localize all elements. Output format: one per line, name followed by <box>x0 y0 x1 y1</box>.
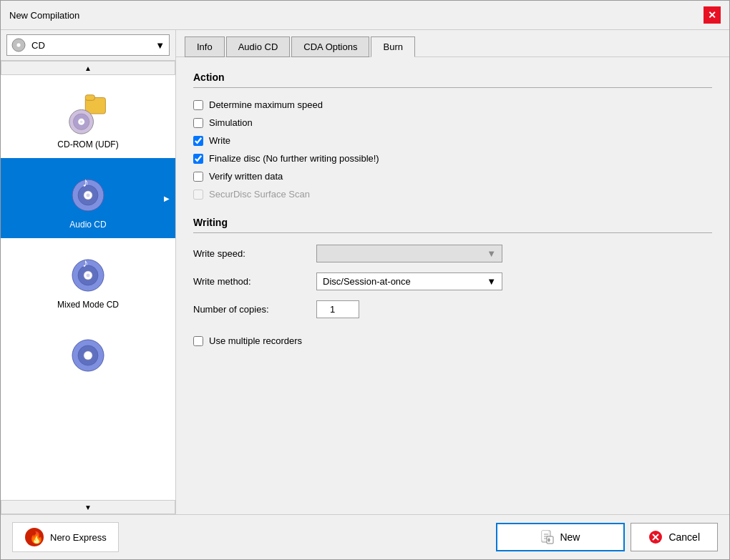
svg-point-11 <box>87 194 90 197</box>
finalize-disc-label: Finalize disc (No further writing possib… <box>209 153 379 164</box>
svg-text:🔥: 🔥 <box>29 531 44 544</box>
main-content: CD ▼ ▲ <box>1 30 729 514</box>
left-panel-header: CD ▼ <box>1 30 175 61</box>
multiple-recorders-row: Use multiple recorders <box>193 335 712 346</box>
tabs-bar: Info Audio CD CDA Options Burn <box>176 30 729 57</box>
checkbox-write-row: Write <box>193 135 712 146</box>
copies-input[interactable] <box>316 300 359 318</box>
new-button[interactable]: New <box>496 523 625 551</box>
nero-express-button[interactable]: 🔥 Nero Express <box>12 522 119 552</box>
copies-label: Number of copies: <box>193 304 308 315</box>
securedisc-checkbox[interactable] <box>193 190 203 200</box>
write-speed-row: Write speed: ▼ <box>193 245 712 262</box>
svg-point-7 <box>80 120 83 123</box>
cancel-button[interactable]: Cancel <box>631 523 718 551</box>
cd-dropdown-label: CD <box>31 40 45 51</box>
selected-arrow-icon: ▶ <box>164 195 170 202</box>
mixed-mode-icon: ♪ <box>65 250 111 295</box>
tab-info[interactable]: Info <box>185 36 225 57</box>
right-panel: Info Audio CD CDA Options Burn Action <box>176 30 729 514</box>
action-section-title: Action <box>193 72 712 83</box>
simulation-checkbox[interactable] <box>193 118 203 128</box>
disc-item-cdrom-udf[interactable]: CD-ROM (UDF) <box>1 81 175 158</box>
multiple-recorders-checkbox[interactable] <box>193 336 203 346</box>
audio-cd-icon: ♪ <box>65 170 111 215</box>
svg-point-16 <box>87 274 90 277</box>
write-checkbox[interactable] <box>193 136 203 146</box>
write-label: Write <box>209 135 230 146</box>
disc-item-audio-cd[interactable]: ♪ Audio CD ▶ <box>1 158 175 238</box>
scroll-up-button[interactable]: ▲ <box>1 61 175 75</box>
cancel-button-label: Cancel <box>668 531 700 543</box>
write-method-row: Write method: Disc/Session-at-once ▼ <box>193 272 712 290</box>
close-button[interactable]: ✕ <box>704 6 721 24</box>
svg-text:♪: ♪ <box>82 257 88 269</box>
copies-row: Number of copies: <box>193 300 712 318</box>
svg-rect-3 <box>85 95 94 101</box>
svg-point-20 <box>84 351 92 360</box>
nero-express-icon: 🔥 <box>24 527 44 547</box>
write-method-dropdown[interactable]: Disc/Session-at-once ▼ <box>316 272 502 290</box>
multiple-recorders-label: Use multiple recorders <box>209 335 302 346</box>
finalize-disc-checkbox[interactable] <box>193 154 203 164</box>
writing-section: Writing Write speed: ▼ <box>193 217 712 346</box>
write-speed-label: Write speed: <box>193 248 308 259</box>
cdrom-udf-label: CD-ROM (UDF) <box>57 139 118 149</box>
burn-tab-content: Action Determine maximum speed Simulatio… <box>176 57 729 514</box>
write-speed-arrow-icon: ▼ <box>487 248 496 259</box>
dialog-title: New Compilation <box>9 10 79 21</box>
tab-audio-cd[interactable]: Audio CD <box>226 36 291 57</box>
checkbox-finalize-row: Finalize disc (No further writing possib… <box>193 153 712 164</box>
write-method-value: Disc/Session-at-once <box>323 276 411 287</box>
simulation-label: Simulation <box>209 117 253 128</box>
checkbox-max-speed-row: Determine maximum speed <box>193 99 712 110</box>
writing-divider <box>193 232 712 233</box>
svg-text:♪: ♪ <box>82 175 89 190</box>
dropdown-arrow-icon: ▼ <box>155 40 165 51</box>
checkbox-securedisc-row: SecurDisc Surface Scan <box>193 189 712 200</box>
mixed-mode-label: Mixed Mode CD <box>57 300 119 310</box>
disc-item-extra[interactable] <box>1 318 175 384</box>
max-speed-checkbox[interactable] <box>193 100 203 110</box>
cancel-button-icon <box>648 530 663 544</box>
extra-icon <box>65 330 111 375</box>
verify-data-label: Verify written data <box>209 171 283 182</box>
tab-cda-options[interactable]: CDA Options <box>291 36 369 57</box>
cd-type-dropdown[interactable]: CD ▼ <box>6 34 170 56</box>
bottom-bar: 🔥 Nero Express New <box>1 514 729 559</box>
checkbox-verify-row: Verify written data <box>193 171 712 182</box>
verify-data-checkbox[interactable] <box>193 172 203 182</box>
scroll-down-button[interactable]: ▼ <box>1 500 175 514</box>
svg-point-1 <box>16 43 21 47</box>
disc-type-list: CD-ROM (UDF) ♪ Audio CD <box>1 75 175 500</box>
disc-item-mixed-mode[interactable]: ♪ Mixed Mode CD <box>1 238 175 318</box>
writing-section-title: Writing <box>193 217 712 228</box>
new-button-icon <box>541 530 554 544</box>
title-bar: New Compilation ✕ <box>1 1 729 30</box>
tab-burn[interactable]: Burn <box>371 36 414 57</box>
action-section: Action Determine maximum speed Simulatio… <box>193 72 712 200</box>
nero-express-label: Nero Express <box>50 532 107 543</box>
audio-cd-label: Audio CD <box>69 220 106 230</box>
new-compilation-dialog: New Compilation ✕ CD ▼ ▲ <box>0 0 730 560</box>
left-panel: CD ▼ ▲ <box>1 30 176 514</box>
write-method-label: Write method: <box>193 276 308 287</box>
cdrom-udf-icon <box>67 92 110 135</box>
new-button-label: New <box>560 531 580 543</box>
write-speed-dropdown[interactable]: ▼ <box>316 245 502 262</box>
max-speed-label: Determine maximum speed <box>209 99 323 110</box>
cd-dropdown-icon <box>11 38 26 52</box>
write-method-arrow-icon: ▼ <box>487 276 496 287</box>
action-divider <box>193 87 712 88</box>
securedisc-label: SecurDisc Surface Scan <box>209 189 310 200</box>
checkbox-simulation-row: Simulation <box>193 117 712 128</box>
bottom-right-buttons: New Cancel <box>496 523 718 551</box>
